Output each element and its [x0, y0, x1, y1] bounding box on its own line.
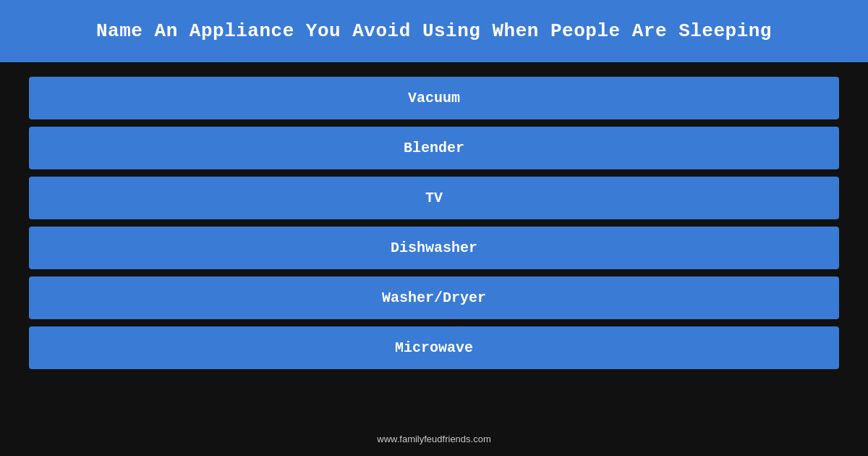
answer-button-4[interactable]: Dishwasher [29, 227, 839, 269]
answer-button-3[interactable]: TV [29, 177, 839, 219]
answer-button-5[interactable]: Washer/Dryer [29, 276, 839, 319]
footer: www.familyfeudfriends.com [0, 426, 868, 452]
answer-button-1[interactable]: Vacuum [29, 77, 839, 119]
question-title: Name An Appliance You Avoid Using When P… [29, 20, 839, 42]
answers-list: VacuumBlenderTVDishwasherWasher/DryerMic… [0, 67, 868, 379]
footer-url: www.familyfeudfriends.com [377, 434, 491, 444]
answer-button-2[interactable]: Blender [29, 127, 839, 169]
answer-button-6[interactable]: Microwave [29, 326, 839, 369]
question-header: Name An Appliance You Avoid Using When P… [0, 0, 868, 62]
